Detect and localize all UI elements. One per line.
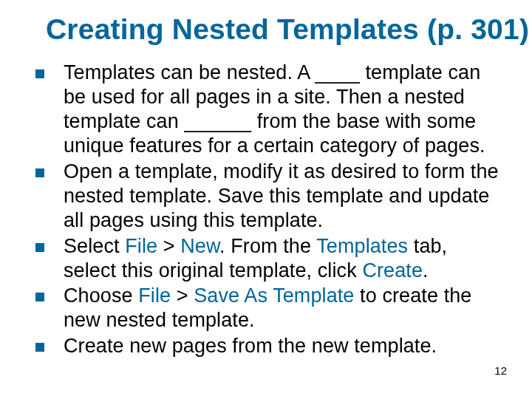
list-item-text: Create new pages from the new template. [64,334,437,358]
text-run: Choose [64,284,138,307]
bullet-icon [35,168,44,177]
bullet-icon [35,293,44,301]
list-item: Templates can be nested. A ____ template… [35,61,502,158]
list-item: Create new pages from the new template. [35,334,502,358]
bullet-icon [35,343,44,352]
text-run: > [171,284,194,307]
highlight-text: Create [362,259,423,282]
highlight-text: File [125,235,157,257]
text-run: Open a template, modify it as desired to… [64,160,499,231]
text-run: . [423,259,429,282]
highlight-text: Save As Template [194,284,354,307]
bullet-icon [35,243,44,252]
highlight-text: Templates [316,235,408,257]
slide-number: 12 [494,364,507,377]
text-run: . From the [219,235,316,257]
text-run: > [157,235,180,257]
slide-title: Creating Nested Templates (p. 301) [46,13,502,46]
list-item: Open a template, modify it as desired to… [35,160,502,233]
list-item-text: Select File > New. From the Templates ta… [64,234,502,283]
list-item-text: Open a template, modify it as desired to… [64,160,502,233]
highlight-text: New [180,235,219,257]
list-item-text: Templates can be nested. A ____ template… [64,61,502,158]
text-run: Create new pages from the new template. [64,335,437,357]
slide-body: Templates can be nested. A ____ template… [30,61,502,358]
list-item: Select File > New. From the Templates ta… [35,234,502,283]
highlight-text: File [138,284,171,307]
list-item: Choose File > Save As Template to create… [35,284,502,332]
list-item-text: Choose File > Save As Template to create… [64,284,502,332]
text-run: Templates can be nested. A ____ template… [64,61,485,157]
bullet-icon [35,69,44,78]
text-run: Select [64,235,125,257]
slide: Creating Nested Templates (p. 301) Templ… [0,0,532,399]
